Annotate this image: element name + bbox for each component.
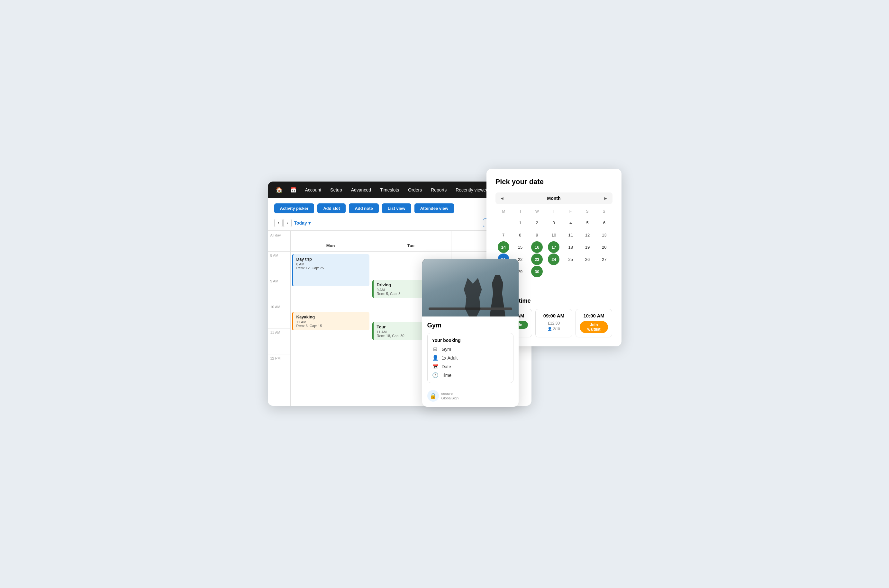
nav-account[interactable]: Account <box>301 182 326 198</box>
day-header-mon: Mon <box>290 240 371 251</box>
day-header-tue: Tue <box>371 240 451 251</box>
time-11am: 11 AM <box>268 329 290 354</box>
calendar-date-6[interactable]: 6 <box>598 217 610 228</box>
list-view-button[interactable]: List view <box>382 203 411 213</box>
calendar-date-3[interactable]: 3 <box>548 217 560 228</box>
calendar-date-1[interactable]: 1 <box>514 217 526 228</box>
calendar-date-24[interactable]: 24 <box>548 254 560 265</box>
date-icon: 📅 <box>432 363 439 369</box>
gym-icon: ⊟ <box>432 346 439 352</box>
nav-setup[interactable]: Setup <box>326 182 347 198</box>
month-label: Month <box>547 196 561 201</box>
calendar-date-4[interactable]: 4 <box>565 217 576 228</box>
time-column: 8 AM 9 AM 10 AM 11 AM 12 PM <box>268 252 290 406</box>
slot-price: £12.30 <box>540 321 568 326</box>
booking-body: Gym Your booking ⊟ Gym 👤 1x Adult 📅 Date… <box>422 316 519 407</box>
next-arrow[interactable]: › <box>283 219 292 227</box>
calendar-date-23[interactable]: 23 <box>531 254 543 265</box>
nav-advanced[interactable]: Advanced <box>347 182 376 198</box>
weekday-headers: M T W T F S S <box>495 207 612 216</box>
slot-capacity: 👤 2/10 <box>540 327 568 331</box>
booking-row-date: 📅 Date <box>432 363 508 369</box>
today-button[interactable]: Today ▾ <box>294 220 311 225</box>
booking-row-gym: ⊟ Gym <box>432 346 508 352</box>
calendar-date-13[interactable]: 13 <box>598 229 610 241</box>
time-10am: 10 AM <box>268 303 290 329</box>
time-slot-10am: 10:00 AM Join waitlist <box>576 309 612 338</box>
event-kayaking-mon[interactable]: Kayaking 11 AM Rem: 6, Cap: 15 <box>292 312 369 330</box>
booking-row-adult: 👤 1x Adult <box>432 355 508 361</box>
nav-arrows: ‹ › <box>274 219 292 227</box>
time-8am: 8 AM <box>268 252 290 277</box>
calendar-date-15[interactable]: 15 <box>514 241 526 253</box>
person-icon: 👤 <box>432 355 439 361</box>
prev-arrow[interactable]: ‹ <box>274 219 283 227</box>
calendar-date-2[interactable]: 2 <box>531 217 543 228</box>
prev-month-button[interactable]: ◄ <box>500 196 504 201</box>
calendar-date-5[interactable]: 5 <box>582 217 593 228</box>
time-9am: 9 AM <box>268 277 290 303</box>
secure-text: secure GlobalSign <box>441 392 459 400</box>
calendar-date-26[interactable]: 26 <box>582 254 593 265</box>
time-icon: 🕐 <box>432 372 439 378</box>
calendar-date-9[interactable]: 9 <box>531 229 543 241</box>
add-note-button[interactable]: Add note <box>349 203 378 213</box>
add-slot-button[interactable]: Add slot <box>317 203 346 213</box>
mon-column[interactable]: Day trip 8 AM Rem: 12, Cap: 25 Kayaking … <box>290 252 371 406</box>
activity-picker-button[interactable]: Activity picker <box>274 203 314 213</box>
time-10am-label: 10:00 AM <box>580 313 608 318</box>
calendar-date-empty <box>498 217 509 228</box>
time-9am-label: 09:00 AM <box>540 313 568 318</box>
home-icon[interactable]: 🏠 <box>272 186 286 194</box>
calendar-date-16[interactable]: 16 <box>531 241 543 253</box>
calendar-date-19[interactable]: 19 <box>582 241 593 253</box>
nav-orders[interactable]: Orders <box>403 182 426 198</box>
booking-details-section: Your booking ⊟ Gym 👤 1x Adult 📅 Date 🕐 T… <box>427 333 513 383</box>
calendar-date-11[interactable]: 11 <box>565 229 576 241</box>
attendee-view-button[interactable]: Attendee view <box>414 203 454 213</box>
event-day-trip[interactable]: Day trip 8 AM Rem: 12, Cap: 25 <box>292 254 369 286</box>
calendar-date-30[interactable]: 30 <box>531 266 543 277</box>
secure-badge: 🔒 secure GlobalSign <box>427 387 513 402</box>
gym-title: Gym <box>427 322 513 329</box>
time-12pm: 12 PM <box>268 354 290 380</box>
gym-image <box>422 259 519 316</box>
secure-icon: 🔒 <box>427 390 439 402</box>
calendar-date-10[interactable]: 10 <box>548 229 560 241</box>
time-slot-9am: 09:00 AM £12.30 👤 2/10 <box>536 309 572 338</box>
booking-section-title: Your booking <box>432 338 508 343</box>
calendar-date-14[interactable]: 14 <box>498 241 509 253</box>
calendar-date-27[interactable]: 27 <box>598 254 610 265</box>
calendar-date-7[interactable]: 7 <box>498 229 509 241</box>
booking-card: Gym Your booking ⊟ Gym 👤 1x Adult 📅 Date… <box>422 259 519 407</box>
calendar-date-25[interactable]: 25 <box>565 254 576 265</box>
picker-title: Pick your date <box>495 178 612 186</box>
calendar-icon[interactable]: 📅 <box>286 187 301 193</box>
calendar-date-8[interactable]: 8 <box>514 229 526 241</box>
all-day-label: All day <box>268 231 290 240</box>
calendar-date-12[interactable]: 12 <box>582 229 593 241</box>
nav-reports[interactable]: Reports <box>426 182 451 198</box>
calendar-date-17[interactable]: 17 <box>548 241 560 253</box>
join-waitlist-button[interactable]: Join waitlist <box>580 321 608 333</box>
nav-timeslots[interactable]: Timeslots <box>376 182 403 198</box>
gym-photo <box>422 259 519 316</box>
calendar-date-20[interactable]: 20 <box>598 241 610 253</box>
next-month-button[interactable]: ► <box>603 196 608 201</box>
calendar-nav: ◄ Month ► <box>495 192 612 204</box>
calendar-date-18[interactable]: 18 <box>565 241 576 253</box>
booking-row-time: 🕐 Time <box>432 372 508 378</box>
